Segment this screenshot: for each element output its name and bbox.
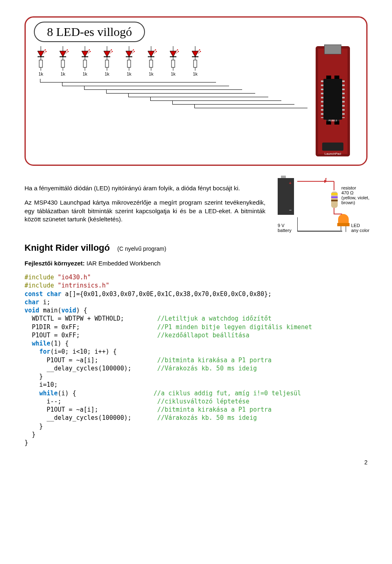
resistor-value: 1k bbox=[149, 71, 154, 76]
led-icon bbox=[337, 214, 350, 232]
svg-rect-58 bbox=[149, 60, 153, 67]
svg-rect-48 bbox=[127, 60, 131, 67]
led-label: LED any color bbox=[351, 223, 370, 233]
led-4: 1k bbox=[100, 46, 114, 76]
svg-rect-28 bbox=[83, 60, 87, 67]
wire-6 bbox=[150, 97, 281, 101]
paragraph-1: Ha a fényemittáló diódán (LED) nyitóirán… bbox=[24, 184, 265, 192]
resistor-value: 1k bbox=[127, 71, 131, 76]
wire-3 bbox=[84, 86, 242, 90]
mcu-chip bbox=[323, 79, 342, 120]
source-code: #include "io430.h" #include "intrinsics.… bbox=[24, 273, 368, 447]
resistor-value: 1k bbox=[60, 71, 65, 76]
svg-rect-78 bbox=[194, 60, 197, 67]
program-subtitle: (C nyelvű program) bbox=[117, 245, 166, 252]
wire-1 bbox=[40, 79, 216, 82]
led-3: 1k bbox=[78, 46, 92, 76]
page-number: 2 bbox=[24, 459, 368, 466]
usb-connector bbox=[324, 45, 341, 54]
side-circuit: +– resistor 470 bbox=[278, 178, 368, 233]
wire-8 bbox=[194, 105, 307, 108]
led-8: 1k bbox=[188, 46, 202, 76]
svg-rect-18 bbox=[61, 60, 65, 67]
resistor-icon bbox=[330, 189, 339, 210]
resistor-value: 1k bbox=[82, 71, 87, 76]
led-5: 1k bbox=[122, 46, 136, 76]
resistor-value: 1k bbox=[193, 71, 198, 76]
led-2: 1k bbox=[56, 46, 70, 76]
board-button-right bbox=[322, 143, 334, 151]
board-label: LaunchPad bbox=[325, 152, 341, 156]
led-7: 1k bbox=[166, 46, 180, 76]
battery-icon: +– bbox=[278, 178, 294, 215]
schematic-title: 8 LED-es villogó bbox=[34, 22, 145, 42]
led-array: 1k 1k 1k bbox=[34, 46, 307, 108]
led-6: 1k bbox=[144, 46, 158, 76]
resistor-value: 1k bbox=[171, 71, 176, 76]
svg-rect-38 bbox=[105, 60, 109, 67]
dev-environment: Fejlesztői környezet: IAR Embedded Workb… bbox=[24, 260, 368, 267]
led-1: 1k bbox=[34, 46, 48, 76]
wire-4 bbox=[106, 90, 255, 94]
schematic-panel: 8 LED-es villogó 1k bbox=[24, 16, 368, 166]
wire-2 bbox=[62, 82, 229, 86]
launchpad-board: VCCP1.0P1.1P1.2P1.3P1.4P1.5P2.0P2.1P2.2 … bbox=[316, 46, 350, 156]
resistor-value: 1k bbox=[105, 71, 109, 76]
program-heading: Knight Rider villogó (C nyelvű program) bbox=[24, 243, 368, 253]
svg-rect-8 bbox=[39, 60, 42, 67]
paragraph-2: Az MSP430 Launchpad kártya mikrovezérlőj… bbox=[24, 198, 265, 223]
wire-7 bbox=[172, 101, 294, 105]
resistor-label: resistor 470 Ω (yellow, violet, brown) bbox=[341, 185, 369, 205]
svg-rect-68 bbox=[172, 60, 175, 67]
board-button-left bbox=[332, 143, 343, 151]
wire-5 bbox=[128, 94, 268, 97]
resistor-value: 1k bbox=[38, 71, 43, 76]
